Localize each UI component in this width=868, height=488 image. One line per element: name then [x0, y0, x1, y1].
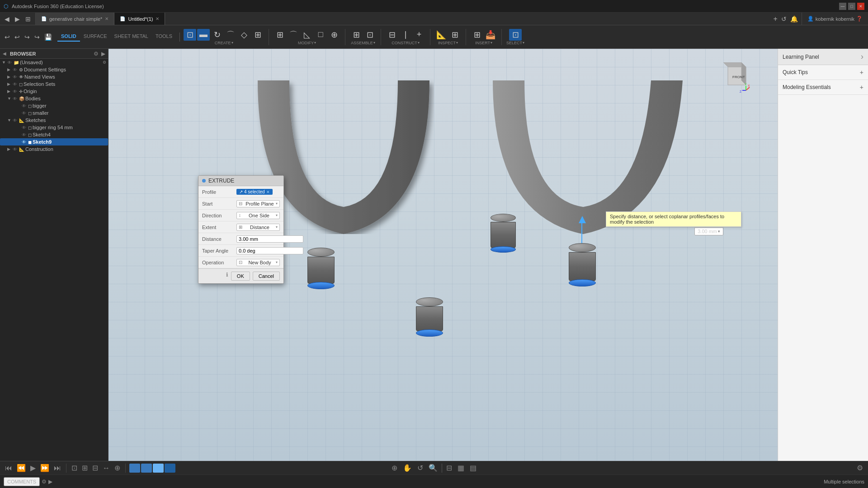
axis-cube[interactable]: FRONT X Y Z — [723, 62, 750, 94]
combine-btn[interactable]: ⊕ — [328, 29, 340, 41]
vis-bigger-ring-icon[interactable]: 👁 — [22, 125, 26, 130]
extent-select[interactable]: ⊞ Distance ▾ — [236, 224, 280, 231]
distance-input-overlay[interactable]: 3.00 mm ▾ — [694, 227, 723, 235]
tree-item-bigger[interactable]: 👁 ◻ bigger — [0, 102, 108, 109]
tab-untitled[interactable]: 📄 Untitled*(1) ✕ — [114, 13, 165, 25]
expand-selection-icon[interactable]: ▶ — [7, 82, 13, 86]
loft-btn[interactable]: ◇ — [238, 29, 250, 41]
tree-item-doc-settings[interactable]: ▶ 👁 ⚙ Document Settings — [0, 66, 108, 73]
info-icon[interactable]: ℹ — [226, 272, 228, 281]
revolve-btn[interactable]: ↻ — [211, 29, 223, 41]
vis-root-icon[interactable]: 👁 — [7, 60, 12, 65]
sweep-btn[interactable]: ⌒ — [224, 29, 237, 41]
redo2-button[interactable]: ↪ — [33, 33, 42, 42]
inspect-arrow-icon[interactable]: ▾ — [456, 41, 458, 45]
measure-btn[interactable]: 📐 — [435, 29, 448, 41]
timeline-view-btn[interactable]: ⊡ — [70, 463, 79, 473]
vis-construction-icon[interactable]: 👁 — [13, 147, 17, 152]
expand-doc-icon[interactable]: ▶ — [7, 67, 13, 72]
tree-item-sketches[interactable]: ▼ 👁 📐 Sketches — [0, 117, 108, 124]
save-button[interactable]: 💾 — [42, 33, 54, 42]
press-pull-btn[interactable]: ⊞ — [274, 29, 286, 41]
joint-btn[interactable]: ⊞ — [350, 29, 363, 41]
tab-surface[interactable]: SURFACE — [80, 33, 111, 42]
expand-sketches-icon[interactable]: ▼ — [7, 118, 13, 122]
browser-expand-icon[interactable]: ▶ — [101, 51, 105, 57]
undo-button[interactable]: ↩ — [3, 33, 12, 42]
insert-more-btn[interactable]: 📥 — [484, 29, 497, 41]
tab-tools[interactable]: TOOLS — [152, 33, 176, 42]
vis-bodies-icon[interactable]: 👁 — [13, 96, 17, 101]
rigid-group-btn[interactable]: ⊡ — [363, 29, 376, 41]
create-more-btn[interactable]: ⊞ — [251, 29, 264, 41]
timeline-filter-btn[interactable]: ⊟ — [91, 463, 99, 473]
forward-button[interactable]: ▶ — [13, 14, 22, 23]
shell-btn[interactable]: □ — [314, 29, 327, 41]
vis-selection-icon[interactable]: 👁 — [13, 82, 17, 87]
quick-tips-expand-icon[interactable]: + — [860, 69, 863, 76]
chamfer-btn[interactable]: ◺ — [301, 29, 313, 41]
tree-item-named-views[interactable]: ▶ 👁 👁 Named Views — [0, 73, 108, 80]
construct-axis-btn[interactable]: | — [399, 29, 412, 41]
close-button[interactable]: ✕ — [857, 3, 864, 10]
vis-bigger-icon[interactable]: 👁 — [22, 103, 26, 108]
settings-btn[interactable]: ⚙ — [855, 463, 864, 473]
learning-panel-collapse-icon[interactable]: › — [861, 52, 863, 61]
select-btn[interactable]: ⊡ — [509, 29, 522, 41]
redo-button[interactable]: ↪ — [23, 33, 32, 42]
new-tab-icon[interactable]: + — [773, 15, 777, 23]
browser-settings-icon[interactable]: ⚙ — [94, 51, 99, 57]
tree-item-construction[interactable]: ▶ 👁 📐 Construction — [0, 145, 108, 153]
play-prev-btn[interactable]: ⏪ — [15, 463, 27, 473]
expand-construction-icon[interactable]: ▶ — [7, 147, 13, 151]
maximize-button[interactable]: □ — [848, 3, 855, 10]
distance-field[interactable] — [236, 235, 303, 243]
timeline-move-btn[interactable]: ↔ — [101, 463, 111, 473]
back-button[interactable]: ◀ — [3, 14, 11, 23]
profile-badge[interactable]: ↗ 4 selected ✕ — [236, 189, 273, 195]
comments-settings-icon[interactable]: ⚙ — [42, 479, 47, 485]
tree-item-smaller[interactable]: 👁 ◻ smaller — [0, 109, 108, 117]
tab-untitled-close[interactable]: ✕ — [156, 16, 159, 21]
new-component-btn[interactable]: ⊡ — [184, 29, 196, 41]
nav-orbit-btn[interactable]: ↺ — [416, 463, 425, 473]
create-arrow-icon[interactable]: ▾ — [231, 41, 233, 45]
direction-select[interactable]: ↕ One Side ▾ — [236, 212, 280, 219]
grid-btn[interactable]: ▦ — [456, 463, 466, 473]
comments-button[interactable]: COMMENTS — [4, 477, 40, 486]
expand-named-views-icon[interactable]: ▶ — [7, 75, 13, 79]
ok-button[interactable]: OK — [231, 272, 250, 281]
vis-smaller-icon[interactable]: 👁 — [22, 111, 26, 116]
refresh-icon[interactable]: ↺ — [781, 15, 787, 23]
minimize-button[interactable]: — — [839, 3, 846, 10]
visibility-btn[interactable]: ▤ — [468, 463, 478, 473]
fillet-btn[interactable]: ⌒ — [287, 29, 300, 41]
assemble-arrow-icon[interactable]: ▾ — [373, 41, 375, 45]
comments-expand-icon[interactable]: ▶ — [48, 479, 52, 485]
tree-item-bigger-ring[interactable]: 👁 ◻ bigger ring 54 mm — [0, 124, 108, 131]
start-select[interactable]: ⊟ Profile Plane ▾ — [236, 200, 280, 207]
modify-arrow-icon[interactable]: ▾ — [314, 41, 316, 45]
expand-bodies-icon[interactable]: ▼ — [7, 96, 13, 101]
expand-origin-icon[interactable]: ▶ — [7, 89, 13, 94]
construct-arrow-icon[interactable]: ▾ — [418, 41, 420, 45]
insert-btn[interactable]: ⊞ — [471, 29, 483, 41]
tree-item-selection-sets[interactable]: ▶ 👁 ◻ Selection Sets — [0, 80, 108, 88]
operation-select[interactable]: ⊡ New Body ▾ — [236, 259, 280, 266]
inspect-more-btn[interactable]: ⊞ — [448, 29, 461, 41]
vis-sketch9-icon[interactable]: 👁 — [22, 140, 26, 145]
insert-arrow-icon[interactable]: ▾ — [491, 41, 492, 45]
vis-sketch4-icon[interactable]: 👁 — [22, 132, 26, 137]
timeline-split-btn[interactable]: ⊕ — [113, 463, 122, 473]
vis-sketches-icon[interactable]: 👁 — [13, 118, 17, 123]
tab-generative[interactable]: 📄 generative chair simple* ✕ — [36, 13, 114, 25]
timeline-view2-btn[interactable]: ⊞ — [80, 463, 89, 473]
modeling-essentials-item[interactable]: Modeling Essentials + — [778, 80, 868, 95]
play-begin-btn[interactable]: ⏮ — [4, 463, 14, 473]
select-arrow-icon[interactable]: ▾ — [523, 41, 524, 45]
tree-item-sketch4[interactable]: 👁 ◻ Sketch4 — [0, 131, 108, 138]
expand-root-icon[interactable]: ▼ — [2, 60, 7, 65]
notifications-icon[interactable]: 🔔 — [790, 15, 798, 23]
play-next-btn[interactable]: ⏩ — [39, 463, 51, 473]
tab-sheet-metal[interactable]: SHEET METAL — [111, 33, 152, 42]
